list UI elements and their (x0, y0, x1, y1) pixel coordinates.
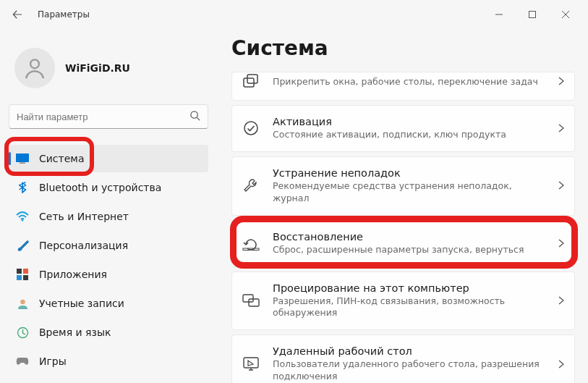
sidebar-item-label: Система (39, 153, 84, 164)
sidebar-item-label: Учетные записи (39, 298, 124, 309)
svg-rect-4 (20, 163, 25, 164)
titlebar: Параметры (0, 0, 588, 29)
chevron-right-icon (558, 75, 564, 88)
card-troubleshoot[interactable]: Устранение неполадок Рекомендуемые средс… (231, 156, 575, 216)
sidebar-item-accounts[interactable]: Учетные записи (9, 290, 208, 317)
card-desc: Сброс, расширенные параметры запуска, ве… (273, 244, 545, 256)
chevron-right-icon (558, 122, 564, 135)
chevron-right-icon (558, 358, 564, 371)
window-title: Параметры (38, 9, 90, 20)
display-icon (16, 152, 29, 165)
clock-globe-icon (16, 326, 29, 339)
bluetooth-icon (16, 181, 29, 194)
page-title: Система (231, 36, 575, 60)
avatar (14, 48, 55, 88)
apps-icon (16, 268, 29, 281)
search-box[interactable] (9, 104, 208, 129)
back-button[interactable] (6, 3, 29, 26)
remote-desktop-icon (242, 355, 260, 373)
card-title: Восстановление (273, 231, 545, 243)
arrow-left-icon (12, 9, 22, 20)
svg-rect-12 (244, 78, 254, 87)
card-title: Проецирование на этот компьютер (273, 282, 545, 294)
activation-icon (242, 119, 260, 137)
gamepad-icon (16, 355, 29, 368)
sidebar-item-time[interactable]: Время и язык (9, 319, 208, 346)
sidebar-item-label: Время и язык (39, 327, 111, 338)
card-desc: Рекомендуемые средства устранения непола… (273, 180, 545, 205)
chevron-right-icon (558, 179, 564, 193)
card-projecting[interactable]: Проецирование на этот компьютер Разрешен… (231, 272, 575, 331)
svg-point-14 (244, 122, 257, 135)
card-activation[interactable]: Активация Состояние активации, подписки,… (231, 105, 575, 152)
accounts-icon (16, 297, 29, 310)
svg-rect-6 (17, 269, 22, 274)
card-title: Устранение неполадок (273, 167, 545, 179)
svg-rect-7 (23, 269, 28, 274)
sidebar-item-apps[interactable]: Приложения (9, 261, 208, 288)
card-desc: Разрешения, ПИН-код связывания, возможно… (273, 295, 545, 320)
sidebar-item-label: Сеть и Интернет (39, 211, 129, 222)
card-desc: Прикрепить окна, рабочие столы, переключ… (273, 76, 545, 88)
sidebar-item-label: Персонализация (39, 240, 128, 251)
svg-rect-15 (243, 248, 259, 251)
sidebar-item-personalization[interactable]: Персонализация (9, 232, 208, 259)
card-title: Удаленный рабочий стол (273, 345, 545, 357)
svg-rect-0 (529, 12, 536, 18)
svg-rect-16 (243, 295, 253, 302)
sidebar-item-label: Игры (39, 355, 67, 367)
card-multitasking[interactable]: Прикрепить окна, рабочие столы, переключ… (231, 72, 575, 101)
close-button[interactable] (549, 3, 582, 26)
minimize-button[interactable] (482, 3, 516, 26)
maximize-icon (529, 11, 536, 18)
svg-rect-3 (16, 153, 29, 162)
card-recovery[interactable]: Восстановление Сброс, расширенные параме… (231, 220, 575, 267)
chevron-right-icon (558, 294, 564, 308)
card-desc: Состояние активации, подписки, ключ прод… (273, 129, 545, 141)
projecting-icon (242, 292, 260, 309)
maximize-button[interactable] (516, 3, 549, 26)
svg-point-2 (191, 111, 197, 117)
close-icon (562, 11, 569, 18)
svg-rect-13 (247, 75, 257, 83)
wrench-icon (242, 177, 260, 195)
sidebar-item-bluetooth[interactable]: Bluetooth и устройства (9, 174, 208, 201)
svg-point-10 (20, 299, 25, 304)
sidebar-item-network[interactable]: Сеть и Интернет (9, 203, 208, 230)
card-remote-desktop[interactable]: Удаленный рабочий стол Пользователи удал… (231, 334, 575, 383)
card-title: Активация (273, 116, 545, 127)
recovery-icon (242, 235, 260, 252)
profile-name: WiFiGiD.RU (65, 62, 130, 74)
brush-icon (16, 239, 29, 252)
chevron-right-icon (558, 237, 564, 251)
multitasking-icon (242, 72, 260, 90)
main-content: Система Прикрепить окна, рабочие столы, … (217, 29, 588, 383)
profile-block[interactable]: WiFiGiD.RU (9, 38, 208, 103)
window-controls (482, 3, 582, 26)
svg-rect-9 (23, 275, 28, 280)
sidebar-item-label: Bluetooth и устройства (39, 182, 161, 193)
search-input[interactable] (17, 111, 189, 122)
search-icon (189, 110, 200, 124)
sidebar: WiFiGiD.RU Система Bluetooth и устройств… (0, 29, 217, 383)
sidebar-item-gaming[interactable]: Игры (9, 348, 208, 375)
svg-point-1 (30, 59, 39, 68)
sidebar-item-label: Приложения (39, 269, 107, 280)
person-icon (22, 56, 47, 80)
card-desc: Пользователи удаленного рабочего стола, … (273, 358, 545, 383)
wifi-icon (16, 210, 29, 223)
sidebar-item-system[interactable]: Система (9, 145, 208, 172)
svg-point-5 (22, 219, 23, 221)
minimize-icon (495, 11, 503, 18)
svg-rect-17 (249, 299, 259, 306)
svg-rect-8 (17, 275, 22, 280)
